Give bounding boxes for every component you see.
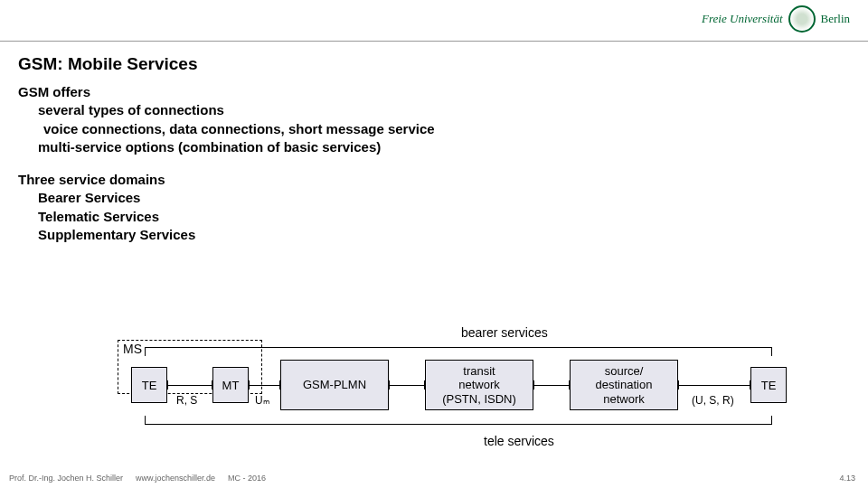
- line-conn-types: several types of connections: [18, 101, 435, 119]
- transit-label: transit network (PSTN, ISDN): [442, 364, 516, 407]
- gsm-plmn-label: GSM-PLMN: [303, 378, 366, 392]
- bearer-services-label: bearer services: [461, 325, 548, 340]
- te-left-label: TE: [142, 379, 157, 392]
- tele-bracket: [145, 416, 772, 425]
- iface-rs: R, S: [176, 394, 197, 407]
- body-text: GSM offers several types of connections …: [18, 83, 435, 244]
- diagram: bearer services MS TE MT R, S Uₘ GSM-PLM…: [118, 325, 841, 470]
- line-gsm-offers: GSM offers: [18, 83, 435, 101]
- line-conn-list: voice connections, data connections, sho…: [18, 120, 435, 138]
- footer: Prof. Dr.-Ing. Jochen H. Schiller www.jo…: [9, 474, 266, 483]
- ms-label: MS: [123, 342, 142, 356]
- line-multisvc: multi-service options (combination of ba…: [18, 138, 435, 156]
- footer-page: 4.13: [839, 474, 855, 483]
- te-right-label: TE: [761, 379, 777, 392]
- gsm-plmn-box: GSM-PLMN: [280, 360, 389, 410]
- mt-box: MT: [212, 367, 249, 403]
- logo: Freie Universität Berlin: [702, 5, 850, 33]
- conn-transit-srcdst: [533, 385, 570, 386]
- footer-course: MC - 2016: [228, 474, 266, 483]
- conn-te-mt: [167, 385, 212, 386]
- srcdst-box: source/ destination network: [570, 360, 678, 410]
- seal-icon: [788, 5, 816, 33]
- conn-srcdst-te: [678, 385, 750, 386]
- tele-services-label: tele services: [484, 434, 554, 448]
- line-supplementary: Supplementary Services: [18, 226, 435, 244]
- conn-mt-plmn: [249, 385, 280, 386]
- srcdst-label: source/ destination network: [596, 364, 653, 407]
- line-domains: Three service domains: [18, 171, 435, 189]
- iface-um: Uₘ: [255, 394, 269, 407]
- conn-plmn-transit: [389, 385, 425, 386]
- city-name: Berlin: [821, 12, 851, 26]
- header-bar: Freie Universität Berlin: [0, 0, 868, 42]
- iface-usr: (U, S, R): [692, 394, 734, 407]
- mt-label: MT: [222, 379, 240, 392]
- transit-box: transit network (PSTN, ISDN): [425, 360, 533, 410]
- line-telematic: Telematic Services: [18, 208, 435, 226]
- te-right-box: TE: [750, 367, 787, 403]
- te-left-box: TE: [131, 367, 167, 403]
- university-name: Freie Universität: [702, 12, 782, 26]
- footer-author: Prof. Dr.-Ing. Jochen H. Schiller: [9, 474, 123, 483]
- footer-site: www.jochenschiller.de: [136, 474, 215, 483]
- page-title: GSM: Mobile Services: [18, 54, 198, 74]
- line-bearer: Bearer Services: [18, 189, 435, 207]
